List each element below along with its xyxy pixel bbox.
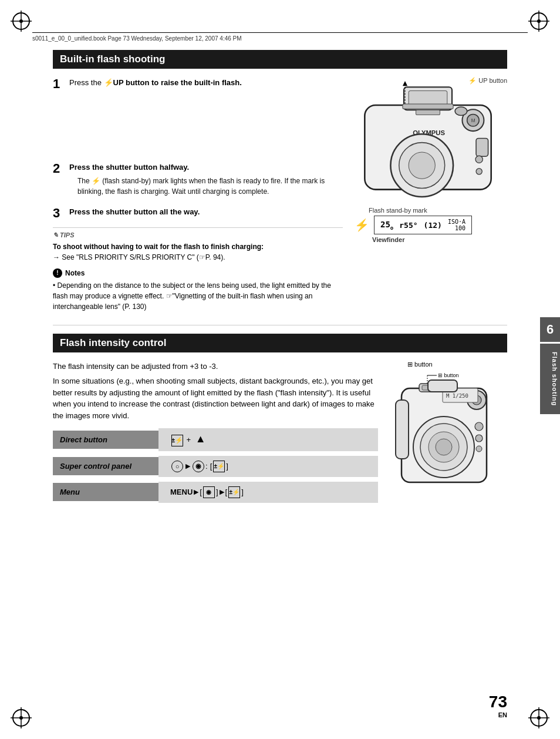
- control-row-menu: Menu MENU ▶ [ ◉ ] ▶ [ ±⚡ ]: [53, 482, 378, 503]
- camera-side-svg: M 1/250 ⊞ button: [390, 371, 495, 500]
- flash-comp-icon-2: ±⚡: [213, 461, 225, 472]
- section2-desc1: The flash intensity can be adjusted from…: [53, 361, 378, 372]
- svg-text:M 1/250: M 1/250: [446, 393, 468, 399]
- bracket-icon-1: [: [210, 462, 212, 471]
- arrow-sym-1: ▶: [185, 462, 190, 470]
- direct-icon: ±⚡ + ▲: [170, 433, 206, 446]
- vf-value2: r55°: [399, 221, 417, 230]
- control-value-menu: MENU ▶ [ ◉ ] ▶ [ ±⚡ ]: [158, 482, 378, 503]
- step3: 3 Press the shutter button all the way.: [53, 206, 343, 220]
- dial-icon-2: ◉: [193, 461, 204, 472]
- step2: 2 Press the shutter button halfway. The …: [53, 162, 343, 199]
- section1-layout: 1 Press the ⚡UP button to raise the buil…: [53, 77, 507, 317]
- step2-title: Press the shutter button halfway.: [69, 162, 343, 173]
- svg-rect-29: [476, 138, 488, 156]
- control-table: Direct button ±⚡ + ▲ Super control panel: [53, 428, 378, 503]
- viewfinder-sub-label: Viewfinder: [372, 236, 404, 243]
- vf-iso: ISO·A100: [448, 219, 465, 231]
- svg-point-30: [475, 156, 483, 163]
- header-text: s0011_e_00_0_unified.book Page 73 Wednes…: [32, 35, 242, 42]
- chapter-number: 6: [540, 317, 560, 342]
- svg-text:M: M: [471, 118, 475, 123]
- super-control-label: Super control panel: [60, 462, 131, 471]
- vf-value3: (12): [424, 221, 442, 230]
- control-row-super: Super control panel ○ ▶ ◉ : [ ±⚡ ]: [53, 456, 378, 477]
- svg-rect-18: [409, 90, 447, 105]
- step1-number: 1: [53, 77, 69, 91]
- step2-bullet: The ⚡ (flash stand-by) mark lights when …: [77, 176, 343, 197]
- svg-point-46: [475, 435, 483, 442]
- step2-content: Press the shutter button halfway. The ⚡ …: [69, 162, 343, 199]
- menu-arrow-2: ▶: [220, 488, 224, 496]
- step1-text: Press the ⚡UP button to raise the built-…: [69, 77, 343, 89]
- control-label-direct: Direct button: [53, 431, 158, 449]
- control-row-direct: Direct button ±⚡ + ▲: [53, 428, 378, 451]
- dial-icon: ▲: [195, 433, 206, 445]
- section2-layout: The flash intensity can be adjusted from…: [53, 361, 507, 508]
- reg-mark-tl: [11, 11, 32, 32]
- page-lang: EN: [489, 711, 507, 718]
- ok-icon: ○: [171, 461, 183, 472]
- tips-box: ✎ TIPS To shoot without having to wait f…: [53, 227, 343, 263]
- notes-text: Depending on the distance to the subject…: [53, 281, 331, 311]
- notes-header: ! Notes: [53, 268, 343, 278]
- main-content: Built-in flash shooting 1 Press the ⚡UP …: [53, 50, 507, 692]
- section1-image: ⚡ UP button M: [355, 77, 507, 317]
- vf-value1: 25o: [380, 220, 393, 231]
- notes-label: Notes: [65, 269, 85, 277]
- step2-number: 2: [53, 162, 69, 176]
- svg-point-27: [409, 152, 435, 179]
- viewfinder-display: 25o r55° (12) ISO·A100: [374, 216, 472, 234]
- tips-content: To shoot without having to wait for the …: [53, 241, 343, 263]
- viewfinder-stand-by-label: Flash stand-by mark: [369, 207, 427, 214]
- notes-content: • Depending on the distance to the subje…: [53, 280, 343, 312]
- reg-mark-br: [528, 707, 549, 728]
- svg-marker-33: [403, 81, 407, 86]
- tips-body: → See "RLS PRIORITY S/RLS PRIORITY C" (☞…: [53, 253, 225, 261]
- reg-mark-tr: [528, 11, 549, 32]
- camera-icon: ◉: [203, 486, 215, 498]
- step3-number: 3: [53, 206, 69, 220]
- menu-text: MENU: [170, 488, 193, 496]
- svg-rect-19: [403, 104, 453, 109]
- flash-button-label: ⊞ button: [407, 361, 507, 368]
- step1: 1 Press the ⚡UP button to raise the buil…: [53, 77, 343, 91]
- step3-text: Press the shutter button all the way.: [69, 206, 343, 218]
- svg-point-23: [455, 107, 467, 115]
- svg-point-45: [475, 422, 483, 431]
- svg-text:⊞ button: ⊞ button: [438, 372, 459, 378]
- flash-comp-icon-3: ±⚡: [228, 486, 240, 498]
- notes-box: ! Notes • Depending on the distance to t…: [53, 268, 343, 312]
- svg-point-47: [476, 446, 482, 452]
- viewfinder-display-row: ⚡ 25o r55° (12) ISO·A100: [355, 216, 472, 234]
- menu-label: Menu: [60, 488, 80, 496]
- menu-bracket-2: ]: [216, 488, 218, 496]
- flash-comp-icon: ±⚡: [171, 435, 183, 446]
- bracket-icon-2: ]: [226, 462, 228, 471]
- section2-desc2: In some situations (e.g., when shooting …: [53, 375, 378, 421]
- direct-button-label: Direct button: [60, 435, 107, 444]
- page-number: 73: [489, 693, 507, 711]
- tips-header: ✎ TIPS: [53, 231, 343, 239]
- reg-mark-bl: [11, 707, 32, 728]
- svg-rect-28: [416, 110, 440, 115]
- section1-title: Built-in flash shooting: [53, 50, 507, 69]
- camera-top-illustration: M OLYMPUS: [355, 81, 501, 199]
- menu-bracket-3: [: [225, 488, 228, 496]
- step3-content: Press the shutter button all the way.: [69, 206, 343, 220]
- svg-point-31: [476, 169, 482, 174]
- section-divider: [53, 325, 507, 325]
- notes-icon: !: [53, 268, 62, 278]
- tips-title: To shoot without having to wait for the …: [53, 243, 264, 251]
- svg-point-39: [436, 439, 452, 455]
- section2-title: Flash intensity control: [53, 334, 507, 352]
- chapter-label-text: Flash shooting: [551, 352, 558, 406]
- page-number-area: 73 EN: [489, 693, 507, 718]
- menu-arrow-1: ▶: [194, 488, 198, 496]
- menu-bracket-1: [: [200, 488, 202, 496]
- control-label-menu: Menu: [53, 483, 158, 501]
- section2-image: ⊞ button: [390, 361, 507, 508]
- svg-rect-50: [428, 380, 457, 392]
- control-label-super: Super control panel: [53, 457, 158, 475]
- control-value-direct: ±⚡ + ▲: [158, 428, 378, 451]
